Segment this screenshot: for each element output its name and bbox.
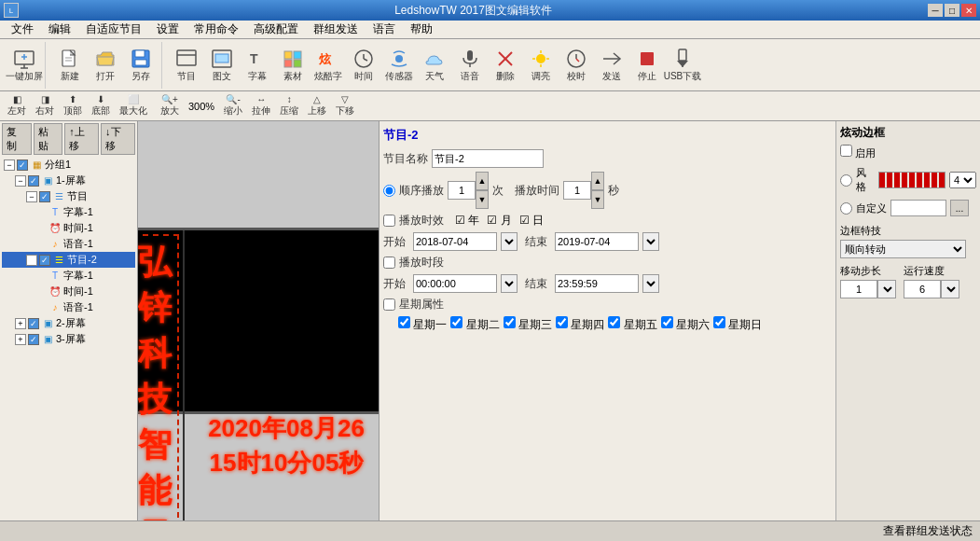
duration-down-btn[interactable]: ▼ (591, 190, 604, 209)
时间-button[interactable]: 时间 (347, 45, 380, 86)
字幕-button[interactable]: T字幕 (241, 45, 274, 86)
border-effect-select[interactable]: 顺向转动 (840, 240, 966, 258)
mon-checkbox[interactable] (398, 316, 410, 328)
compress-button[interactable]: ↕压缩 (276, 93, 302, 119)
end-date-input[interactable] (555, 232, 639, 251)
USB下载-button[interactable]: USB下载 (666, 45, 699, 86)
最大化-align-button[interactable]: ⬜最大化 (116, 93, 151, 119)
play-count-input[interactable] (448, 181, 476, 200)
close-button[interactable]: ✕ (961, 4, 976, 17)
time-end-dropdown[interactable] (642, 274, 659, 293)
canvas-up-button[interactable]: △上移 (304, 93, 330, 119)
fx-custom-radio[interactable] (840, 202, 852, 215)
stretch-button[interactable]: ↔拉伸 (248, 93, 274, 119)
check-screen2[interactable]: ✓ (28, 318, 39, 329)
maximize-button[interactable]: □ (945, 4, 959, 17)
sun-checkbox[interactable] (713, 316, 725, 328)
time-start-dropdown[interactable] (501, 274, 518, 293)
expand-program1[interactable]: − (26, 191, 37, 202)
tue-checkbox[interactable] (450, 316, 462, 328)
menu-item-常用命令[interactable]: 常用命令 (186, 20, 246, 39)
发送-button[interactable]: 发送 (595, 45, 628, 86)
素材-button[interactable]: 素材 (276, 45, 310, 86)
sat-checkbox[interactable] (661, 316, 673, 328)
menu-item-语言[interactable]: 语言 (366, 20, 403, 39)
fri-checkbox[interactable] (608, 316, 620, 328)
check-group1[interactable]: ✓ (17, 160, 28, 171)
expand-screen2[interactable]: + (15, 318, 26, 329)
start-date-input[interactable] (413, 232, 497, 251)
炫酷字-button[interactable]: 炫炫酷字 (311, 45, 345, 86)
check-screen1[interactable]: ✓ (28, 175, 39, 187)
menu-item-文件[interactable]: 文件 (4, 20, 41, 39)
add-screen-button[interactable]: 一键加屏 (7, 45, 41, 86)
fx-style-select[interactable]: 4 (949, 172, 976, 188)
move-step-input[interactable] (840, 280, 877, 298)
fx-custom-input[interactable] (890, 200, 946, 216)
底部-align-button[interactable]: ⬇底部 (88, 93, 114, 119)
zoom-out-button[interactable]: 🔍-缩小 (220, 93, 246, 119)
check-screen3[interactable]: ✓ (28, 334, 39, 345)
save-button[interactable]: 另存 (124, 45, 158, 86)
天气-button[interactable]: 天气 (418, 45, 451, 86)
停止-button[interactable]: 停止 (630, 45, 664, 86)
speed-select[interactable]: ▼ (941, 280, 959, 298)
move-step-select[interactable]: ▼ (877, 280, 896, 298)
fx-style-radio[interactable] (840, 174, 852, 187)
图文-button[interactable]: 图文 (205, 45, 239, 86)
end-date-dropdown[interactable] (642, 232, 659, 251)
menu-item-编辑[interactable]: 编辑 (41, 20, 78, 39)
fx-enable-checkbox[interactable] (840, 145, 852, 157)
menu-item-群组发送[interactable]: 群组发送 (306, 20, 366, 39)
copy-button[interactable]: 复制 (2, 123, 32, 155)
左对-align-button[interactable]: ◧左对 (4, 93, 30, 119)
minimize-button[interactable]: ─ (928, 4, 943, 17)
paste-button[interactable]: 粘贴 (34, 123, 63, 155)
expand-program2[interactable]: − (26, 255, 37, 266)
tree-item-program1[interactable]: −✓☰节目 (2, 188, 135, 204)
menu-item-帮助[interactable]: 帮助 (403, 20, 440, 39)
menu-item-自适应节目[interactable]: 自适应节目 (78, 20, 149, 39)
zoom-in-button[interactable]: 🔍+放大 (157, 93, 183, 119)
调亮-button[interactable]: 调亮 (524, 45, 558, 86)
tree-item-screen2[interactable]: +✓▣2-屏幕 (2, 315, 135, 331)
右对-align-button[interactable]: ◨右对 (32, 93, 58, 119)
count-down-btn[interactable]: ▼ (476, 190, 489, 209)
expand-group1[interactable]: − (4, 160, 15, 171)
check-program2[interactable]: ✓ (39, 255, 50, 266)
speed-input[interactable] (904, 280, 941, 298)
tree-item-time1[interactable]: ⏰时间-1 (2, 220, 135, 236)
count-up-btn[interactable]: ▲ (476, 172, 489, 190)
canvas-down-button[interactable]: ▽下移 (332, 93, 358, 119)
time-start-input[interactable] (413, 274, 497, 293)
expand-screen1[interactable]: − (15, 175, 26, 187)
tree-item-screen3[interactable]: +✓▣3-屏幕 (2, 331, 135, 347)
顶部-align-button[interactable]: ⬆顶部 (60, 93, 86, 119)
weekday-checkbox[interactable] (383, 298, 395, 311)
tree-item-group1[interactable]: −✓▦分组1 (2, 157, 135, 173)
start-date-dropdown[interactable] (501, 232, 518, 251)
open-button[interactable]: 打开 (89, 45, 122, 86)
tree-item-time2[interactable]: ⏰时间-1 (2, 284, 135, 299)
tree-item-char2[interactable]: T字幕-1 (2, 268, 135, 284)
sequential-play-radio[interactable] (383, 185, 395, 197)
传感器-button[interactable]: 传感器 (382, 45, 416, 86)
program-name-input[interactable] (432, 149, 544, 168)
wed-checkbox[interactable] (504, 316, 516, 328)
time-slot-checkbox[interactable] (383, 257, 395, 269)
删除-button[interactable]: 删除 (489, 45, 522, 86)
play-time-checkbox[interactable] (383, 215, 395, 227)
duration-up-btn[interactable]: ▲ (591, 172, 604, 190)
tree-item-voice2[interactable]: ♪语音-1 (2, 299, 135, 315)
time-end-input[interactable] (555, 274, 639, 293)
thu-checkbox[interactable] (556, 316, 568, 328)
tree-item-voice1[interactable]: ♪语音-1 (2, 236, 135, 252)
move-up-button[interactable]: ↑上移 (64, 123, 99, 155)
tree-item-program2[interactable]: −✓☰节目-2 (2, 252, 135, 268)
节目-button[interactable]: 节目 (170, 45, 203, 86)
tree-item-screen1[interactable]: −✓▣1-屏幕 (2, 173, 135, 188)
fx-custom-browse-button[interactable]: ... (950, 200, 969, 216)
move-down-button[interactable]: ↓下移 (101, 123, 135, 155)
menu-item-高级配置[interactable]: 高级配置 (246, 20, 306, 39)
menu-item-设置[interactable]: 设置 (149, 20, 186, 39)
